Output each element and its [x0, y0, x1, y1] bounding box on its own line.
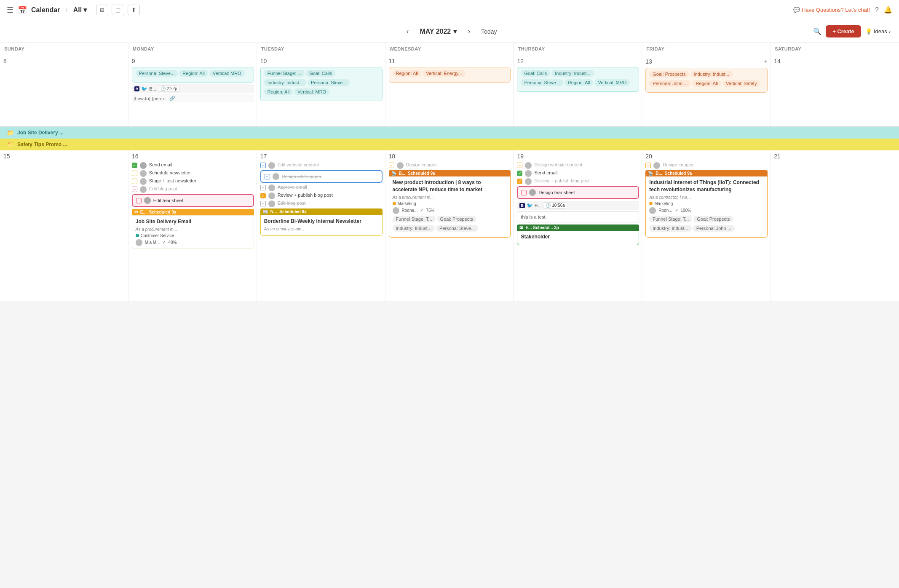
- email-icon-19: ✉: [519, 225, 523, 230]
- checkbox-send-email[interactable]: ✓: [132, 163, 137, 168]
- create-button[interactable]: + Create: [826, 25, 861, 37]
- checkbox-edit-tear[interactable]: [136, 198, 142, 203]
- scheduled-bar-19: ✉ E... Schedul... 3p: [517, 225, 639, 231]
- dropdown-arrow-icon: ▾: [83, 6, 87, 14]
- avatar-edit-blog-17: [268, 200, 275, 207]
- chip-region: Region: All: [565, 79, 594, 86]
- day-num-20: 20: [645, 153, 768, 160]
- thursday-header: THURSDAY: [514, 43, 642, 55]
- progress-val-18: 75%: [426, 208, 434, 213]
- sunday-header: SUNDAY: [0, 43, 128, 55]
- checkbox-design-tear[interactable]: [521, 190, 527, 195]
- next-month-button[interactable]: ›: [463, 25, 474, 37]
- day-num-10: 10: [260, 58, 383, 64]
- newsletter-card-18[interactable]: New product introduction | 8 ways to acc…: [389, 176, 511, 238]
- event-fri13-chips[interactable]: Goal: Prospects Industry: Indust... Pers…: [645, 68, 768, 93]
- task-design-tear-sheet[interactable]: Design tear sheet: [517, 186, 639, 199]
- add-event-icon[interactable]: +: [764, 58, 768, 65]
- newsletter-card-16[interactable]: Job Site Delivery Email As a procurement…: [132, 215, 254, 249]
- task-review-pub-19[interactable]: ✓ Review + publish blog post: [517, 178, 639, 185]
- task-design-images-18[interactable]: − Design images: [389, 162, 511, 169]
- month-title[interactable]: MAY 2022 ▾: [420, 27, 457, 35]
- newsletter-card-19[interactable]: Stakeholder: [517, 231, 639, 245]
- task-edit-blog[interactable]: − Edit blog post: [132, 186, 254, 193]
- checkbox-review-19[interactable]: ✓: [517, 179, 522, 184]
- banner-teal[interactable]: 📁 Job Site Delivery ...: [0, 127, 899, 139]
- checkbox-edit-blog[interactable]: −: [132, 187, 137, 192]
- search-button[interactable]: 🔍: [813, 27, 821, 35]
- social-row-19[interactable]: B 🐦 B... 🕐 10:56a: [517, 201, 639, 210]
- task-label-send-19: Send email: [534, 170, 557, 175]
- banner-yellow[interactable]: 📁 Safety Tips Promo ...: [0, 139, 899, 150]
- scheduled-block-20[interactable]: 📡 B... Scheduled 9a Industrial Internet …: [645, 170, 768, 238]
- checkbox-review[interactable]: ✓: [260, 193, 266, 198]
- checkbox-stage[interactable]: [132, 179, 137, 184]
- scheduled-block-17[interactable]: 📰 N... Scheduled 8a Borderline Bi-Weekly…: [260, 208, 383, 236]
- event-tue10-chips[interactable]: Funnel Stage: ... Goal: Calls Industry: …: [260, 67, 383, 101]
- dot-orange-18: [393, 202, 396, 205]
- chip-persona: Persona: Steve...: [308, 79, 350, 86]
- monitor-button[interactable]: ⬚: [112, 5, 124, 15]
- task-schedule-newsletter[interactable]: Schedule newsletter: [132, 170, 254, 177]
- view-dropdown[interactable]: All ▾: [73, 6, 87, 14]
- checkbox-design-web-19[interactable]: −: [517, 163, 522, 168]
- social-row-9[interactable]: B 🐦 B... 🕐 2:22p: [132, 84, 254, 93]
- time-badge-19: 🕐 10:56a: [543, 202, 567, 208]
- filter-button[interactable]: ⊞: [96, 5, 108, 15]
- checkbox-design-18[interactable]: −: [389, 163, 394, 168]
- chip-funnel-20: Funnel Stage: T...: [649, 216, 692, 222]
- task-edit-tear-sheet[interactable]: Edit tear sheet: [132, 194, 254, 207]
- newsletter-title-17: Borderline Bi-Weekly Internal Newsletter: [264, 218, 379, 225]
- task-edit-blog-17[interactable]: − Edit blog post: [260, 200, 383, 207]
- prev-month-button[interactable]: ‹: [402, 25, 413, 37]
- day-12: 12 Goal: Calls Industry: Indust... Perso…: [514, 55, 642, 126]
- newsletter-card-20[interactable]: Industrial Internet of Things (IIoT): Co…: [645, 176, 768, 238]
- task-approve-email[interactable]: − Approve email: [260, 184, 383, 191]
- checkbox-design-20[interactable]: −: [645, 163, 651, 168]
- checkbox-send-19[interactable]: ✓: [517, 171, 522, 176]
- chip-industry-18: Industry: Indust...: [393, 225, 435, 232]
- task-label-review-19: Review + publish blog post: [534, 178, 589, 183]
- task-send-email-19[interactable]: ✓ Send email: [517, 170, 639, 177]
- bell-icon[interactable]: 🔔: [884, 6, 892, 14]
- chat-icon: 💬: [793, 7, 800, 13]
- task-send-email[interactable]: ✓ Send email: [132, 162, 254, 169]
- checkbox-schedule[interactable]: [132, 171, 137, 176]
- task-review-pub[interactable]: ✓ Review + publish blog post: [260, 192, 383, 199]
- menu-icon[interactable]: ☰: [7, 5, 13, 15]
- task-design-white-paper[interactable]: − Design white paper: [260, 170, 383, 183]
- twitter-icon: 🐦: [141, 86, 147, 92]
- progress-18: Rodne... ✓ 75%: [393, 207, 507, 214]
- event-wed11-chips[interactable]: Region: All Vertical: Energy...: [389, 67, 511, 83]
- perma-row[interactable]: {how-to} {perm... 🔗: [132, 94, 254, 102]
- checkbox-edit-web[interactable]: −: [260, 163, 266, 168]
- checkbox-design-wp[interactable]: −: [265, 174, 270, 179]
- newsletter-card-17[interactable]: Borderline Bi-Weekly Internal Newsletter…: [260, 215, 383, 236]
- dept-20: Marketing: [649, 201, 764, 206]
- event-mon9-chips[interactable]: Persona: Steve... Region: All Vertical: …: [132, 67, 254, 83]
- task-design-web-19[interactable]: − Design website content: [517, 162, 639, 169]
- task-stage-test[interactable]: Stage + test newsletter: [132, 178, 254, 185]
- task-edit-web[interactable]: − Edit website content: [260, 162, 383, 169]
- avatar-design-web-19: [525, 162, 532, 169]
- scheduled-block-19[interactable]: ✉ E... Schedul... 3p Stakeholder: [517, 225, 639, 245]
- help-icon[interactable]: ?: [875, 6, 879, 14]
- checkbox-edit-blog-17[interactable]: −: [260, 201, 266, 206]
- checkbox-approve[interactable]: −: [260, 185, 266, 190]
- tuesday-header: TUESDAY: [257, 43, 385, 55]
- scheduled-block-18[interactable]: 📡 B... Scheduled 9a New product introduc…: [389, 170, 511, 238]
- chip-vertical: Vertical: Safety: [722, 80, 760, 87]
- ideas-button[interactable]: 💡 Ideas ›: [865, 28, 891, 35]
- chat-link[interactable]: 💬 Have Questions? Let's chat!: [793, 7, 870, 13]
- event-thu12-chips[interactable]: Goal: Calls Industry: Indust... Persona:…: [517, 67, 639, 92]
- scheduled-block-16[interactable]: ✉ E... Scheduled 9a Job Site Delivery Em…: [132, 209, 254, 249]
- task-design-images-20[interactable]: − Design images: [645, 162, 768, 169]
- rss-icon-18: 📡: [391, 171, 396, 176]
- share-button[interactable]: ⬆: [128, 5, 140, 15]
- today-button[interactable]: Today: [481, 28, 497, 35]
- brand-b-icon-19: B: [519, 203, 525, 208]
- avatar-edit-web: [268, 162, 275, 169]
- day-num-18: 18: [389, 153, 511, 160]
- chip-funnel-18: Funnel Stage: T...: [393, 216, 436, 222]
- avatar-design-tear: [529, 189, 536, 196]
